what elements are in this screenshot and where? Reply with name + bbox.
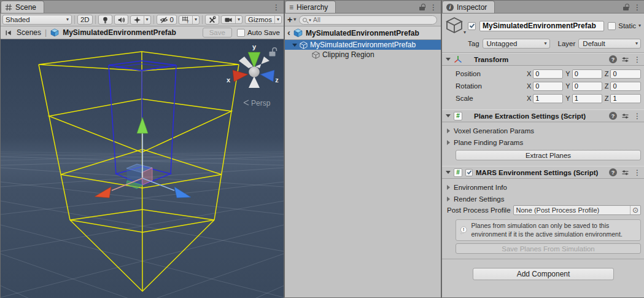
exit-prefab-back-icon[interactable] bbox=[4, 29, 13, 37]
script-icon: # bbox=[454, 168, 462, 177]
help-box-message: Planes from simulation can only be saved… bbox=[471, 222, 637, 238]
mars-settings-header[interactable]: # MARS Environment Settings (Script) ? ⋮ bbox=[442, 166, 644, 179]
hierarchy-menu-kebab-icon[interactable]: ⋮ bbox=[430, 4, 437, 11]
search-input[interactable] bbox=[313, 16, 433, 23]
gameobject-icon[interactable]: ▾ bbox=[446, 17, 464, 35]
rotation-z-field[interactable] bbox=[610, 82, 641, 91]
foldout-collapsed-icon bbox=[447, 197, 450, 202]
toolbar-separator bbox=[153, 15, 154, 24]
info-icon: i bbox=[446, 4, 454, 11]
scale-x-field[interactable] bbox=[533, 94, 563, 103]
back-chevron-icon[interactable]: ‹ bbox=[287, 28, 290, 37]
save-planes-button[interactable]: Save Planes From Simulation bbox=[456, 243, 641, 254]
camera-icon bbox=[224, 16, 233, 23]
tab-inspector[interactable]: i Inspector bbox=[442, 1, 495, 13]
presets-icon[interactable] bbox=[621, 169, 629, 176]
hierarchy-list-icon: ≡ bbox=[289, 3, 293, 12]
breadcrumb-scenes[interactable]: Scenes bbox=[17, 28, 41, 37]
gameobject-cube-icon bbox=[312, 51, 320, 59]
component-menu-kebab-icon[interactable]: ⋮ bbox=[634, 169, 641, 176]
foldout-expanded-icon[interactable] bbox=[446, 114, 451, 117]
chevron-down-icon[interactable]: ▾ bbox=[144, 16, 150, 24]
scene-effects-button[interactable]: ▾ bbox=[130, 15, 151, 25]
chevron-down-icon: ▾ bbox=[464, 29, 466, 35]
prefab-header-name: MySimulatedEnvironmentPrefab bbox=[306, 29, 419, 37]
chevron-down-icon[interactable]: ▾ bbox=[638, 23, 641, 28]
view-gizmo-center[interactable] bbox=[249, 67, 260, 77]
create-add-button[interactable]: + ▾ bbox=[287, 15, 296, 25]
presets-icon[interactable] bbox=[621, 56, 629, 63]
prefab-mode-header[interactable]: ‹ MySimulatedEnvironmentPrefab bbox=[285, 26, 441, 40]
position-y-field[interactable] bbox=[572, 69, 602, 79]
active-checkbox[interactable] bbox=[468, 22, 476, 30]
foldout-label: Render Settings bbox=[454, 195, 504, 203]
tag-dropdown[interactable]: Untagged▾ bbox=[483, 39, 550, 49]
chevron-down-icon[interactable]: ▾ bbox=[192, 16, 199, 24]
add-component-button[interactable]: Add Component bbox=[473, 268, 614, 280]
scene-camera-button[interactable]: ▾ bbox=[221, 15, 242, 24]
chevron-down-icon[interactable]: ▾ bbox=[235, 16, 242, 23]
scene-viewport[interactable]: y x z Persp bbox=[1, 39, 284, 298]
row-label: Position bbox=[456, 70, 524, 77]
scene-visibility-toggle[interactable]: 0 bbox=[157, 15, 177, 25]
mars-settings-title: MARS Environment Settings (Script) bbox=[476, 169, 606, 176]
component-menu-kebab-icon[interactable]: ⋮ bbox=[634, 56, 641, 63]
foldout-expanded-icon[interactable] bbox=[446, 58, 451, 61]
warning-bubble-icon: ! bbox=[460, 223, 468, 238]
help-icon[interactable]: ? bbox=[609, 55, 617, 63]
static-checkbox[interactable] bbox=[608, 22, 616, 30]
presets-icon[interactable] bbox=[621, 112, 629, 120]
scene-audio-button[interactable] bbox=[114, 15, 128, 25]
gameobject-name-field[interactable] bbox=[479, 21, 604, 31]
prefab-breadcrumb-bar: Scenes | MySimulatedEnvironmentPrefab Sa… bbox=[1, 26, 284, 39]
plus-icon: + bbox=[287, 15, 292, 25]
position-z-field[interactable] bbox=[610, 69, 641, 79]
hierarchy-row-root[interactable]: MySimulatedEnvironmentPrefab bbox=[285, 40, 441, 50]
mars-enabled-checkbox[interactable] bbox=[465, 169, 473, 176]
scale-z-field[interactable] bbox=[610, 94, 641, 103]
scene-tools-button[interactable] bbox=[205, 15, 219, 25]
rotation-x-field[interactable] bbox=[533, 82, 563, 91]
scene-grid-toggle[interactable]: Y ▾ bbox=[179, 15, 200, 25]
inspector-divider bbox=[442, 259, 644, 259]
svg-text:!: ! bbox=[463, 227, 464, 232]
help-icon[interactable]: ? bbox=[609, 112, 617, 120]
inspector-lock-icon[interactable] bbox=[623, 4, 630, 11]
scale-y-field[interactable] bbox=[572, 94, 602, 103]
tab-scene[interactable]: Scene bbox=[1, 1, 44, 13]
scene-3d-view[interactable]: y x z Persp bbox=[1, 39, 284, 298]
tab-hierarchy[interactable]: ≡ Hierarchy bbox=[285, 1, 336, 13]
post-process-profile-object-field[interactable]: None (Post Process Profile) ⊙ bbox=[513, 205, 641, 215]
gizmos-dropdown[interactable]: Gizmos ▾ bbox=[245, 15, 282, 24]
object-picker-icon[interactable]: ⊙ bbox=[630, 206, 640, 214]
component-menu-kebab-icon[interactable]: ⋮ bbox=[634, 112, 641, 120]
inspector-menu-kebab-icon[interactable]: ⋮ bbox=[634, 4, 641, 11]
rotation-y-field[interactable] bbox=[572, 82, 602, 91]
chevron-down-icon[interactable]: ▾ bbox=[274, 16, 281, 23]
position-x-field[interactable] bbox=[533, 69, 563, 79]
render-settings-foldout[interactable]: Render Settings bbox=[442, 193, 644, 205]
environment-info-foldout[interactable]: Environment Info bbox=[442, 181, 644, 193]
plane-extraction-header[interactable]: # Plane Extraction Settings (Script) ? ⋮ bbox=[442, 109, 644, 122]
axis-x-label: x bbox=[227, 76, 231, 84]
scene-menu-kebab-icon[interactable]: ⋮ bbox=[273, 4, 280, 11]
help-icon[interactable]: ? bbox=[609, 168, 617, 176]
auto-save-checkbox[interactable] bbox=[237, 29, 245, 37]
foldout-expanded-icon[interactable] bbox=[446, 171, 451, 174]
hierarchy-row-label: Clipping Region bbox=[322, 50, 374, 59]
auto-save-toggle[interactable]: Auto Save bbox=[237, 29, 280, 37]
2d-toggle-button[interactable]: 2D bbox=[77, 15, 93, 25]
hierarchy-lock-icon[interactable] bbox=[419, 4, 426, 11]
shading-mode-dropdown[interactable]: Shaded▾ bbox=[2, 15, 72, 25]
hierarchy-row-clipping-region[interactable]: Clipping Region bbox=[285, 50, 441, 60]
hierarchy-search-field[interactable]: ▾ bbox=[299, 15, 437, 25]
plane-finding-params-foldout[interactable]: Plane Finding Params bbox=[442, 136, 644, 148]
transform-header[interactable]: Transform ? ⋮ bbox=[442, 53, 644, 66]
scene-lighting-button[interactable] bbox=[98, 15, 112, 25]
save-button[interactable]: Save bbox=[203, 28, 232, 37]
extract-planes-button[interactable]: Extract Planes bbox=[456, 150, 641, 160]
layer-dropdown[interactable]: Default▾ bbox=[578, 39, 641, 49]
axis-y-label: y bbox=[252, 43, 257, 50]
voxel-generation-params-foldout[interactable]: Voxel Generation Params bbox=[442, 125, 644, 136]
foldout-expanded-icon[interactable] bbox=[292, 44, 297, 47]
